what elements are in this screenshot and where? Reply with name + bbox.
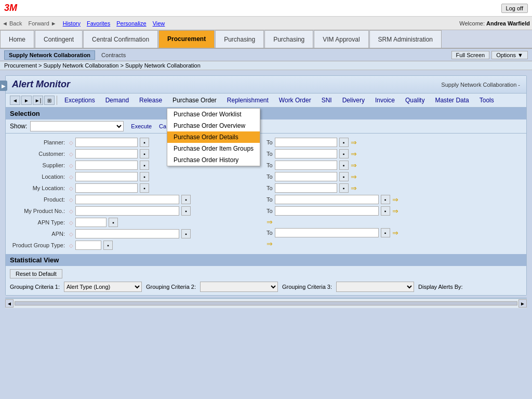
planner-input[interactable] xyxy=(75,138,138,147)
menu-sni[interactable]: SNI xyxy=(321,96,333,104)
favorites-button[interactable]: Favorites xyxy=(87,20,110,26)
my-location-to-input[interactable] xyxy=(275,183,337,193)
planner-arrow[interactable]: ⇒ xyxy=(351,138,357,147)
next-icon[interactable]: ►| xyxy=(33,96,43,105)
product-label: Product: xyxy=(10,196,67,203)
supplier-arrow[interactable]: ⇒ xyxy=(351,161,357,169)
breadcrumb-text: Procurement > Supply Network Collaborati… xyxy=(4,62,201,69)
my-product-to-input[interactable] xyxy=(275,206,379,216)
tab-purchasing-2[interactable]: Purchasing xyxy=(264,30,313,48)
grouping2-select[interactable] xyxy=(200,282,278,292)
menu-quality[interactable]: Quality xyxy=(404,96,425,104)
grid-icon[interactable]: ⊞ xyxy=(44,96,55,105)
horizontal-scrollbar: ◄ ► xyxy=(5,298,527,308)
my-location-to-browse[interactable]: ▪ xyxy=(339,183,349,193)
reset-button[interactable]: Reset to Default xyxy=(10,269,62,278)
apn-browse[interactable]: ▪ xyxy=(181,229,191,238)
forward-button[interactable]: Forward ► xyxy=(28,20,56,26)
customer-to-browse[interactable]: ▪ xyxy=(339,149,349,158)
my-product-input[interactable] xyxy=(75,206,179,216)
supplier-to-browse[interactable]: ▪ xyxy=(339,161,349,170)
supplier-browse[interactable]: ▪ xyxy=(140,161,149,170)
apn-type-arrow[interactable]: ⇒ xyxy=(267,218,273,226)
menu-invoice[interactable]: Invoice xyxy=(374,96,396,104)
my-location-arrow[interactable]: ⇒ xyxy=(351,184,357,192)
my-location-browse[interactable]: ▪ xyxy=(140,183,149,193)
tab-procurement[interactable]: Procurement xyxy=(158,30,215,48)
customer-arrow[interactable]: ⇒ xyxy=(351,150,357,158)
location-browse[interactable]: ▪ xyxy=(140,172,149,181)
grouping3-select[interactable] xyxy=(336,282,414,292)
apn-input[interactable] xyxy=(75,229,179,238)
view-button[interactable]: View xyxy=(153,20,165,26)
product-group-input[interactable] xyxy=(75,241,101,250)
forward-icon[interactable]: ► xyxy=(21,96,32,105)
dropdown-details[interactable]: Purchase Order Details xyxy=(167,131,260,143)
apn-type-browse[interactable]: ▪ xyxy=(109,218,118,227)
planner-to-input[interactable] xyxy=(275,138,337,147)
customer-input[interactable] xyxy=(75,149,138,158)
product-arrow[interactable]: ⇒ xyxy=(392,195,398,204)
dropdown-overview[interactable]: Purchase Order Overview xyxy=(167,120,260,131)
product-input[interactable] xyxy=(75,195,179,204)
menu-work-order[interactable]: Work Order xyxy=(278,96,312,104)
fullscreen-button[interactable]: Full Screen xyxy=(451,51,490,59)
side-toggle[interactable]: ▶ xyxy=(0,81,7,91)
tab-central-confirmation[interactable]: Central Confirmation xyxy=(83,30,158,48)
supplier-input[interactable] xyxy=(75,161,138,170)
product-browse[interactable]: ▪ xyxy=(181,195,191,204)
product-to-input[interactable] xyxy=(275,195,379,204)
menu-exceptions[interactable]: Exceptions xyxy=(63,96,96,104)
scroll-track[interactable] xyxy=(15,301,517,305)
tab-vim-approval[interactable]: VIM Approval xyxy=(314,30,368,48)
menu-tools[interactable]: Tools xyxy=(478,96,495,104)
menu-master-data[interactable]: Master Data xyxy=(434,96,470,104)
menu-release[interactable]: Release xyxy=(138,96,163,104)
customer-to-input[interactable] xyxy=(275,149,337,158)
tab-home[interactable]: Home xyxy=(0,30,34,48)
tab-srm-admin[interactable]: SRM Administration xyxy=(369,30,442,48)
planner-browse[interactable]: ▪ xyxy=(140,138,149,147)
dropdown-worklist[interactable]: Purchase Order Worklist xyxy=(167,109,260,120)
planner-diamond: ◇ xyxy=(69,140,73,145)
my-product-to-browse[interactable]: ▪ xyxy=(381,206,390,216)
dropdown-item-groups[interactable]: Purchase Order Item Groups xyxy=(167,143,260,154)
options-button[interactable]: Options ▼ xyxy=(491,51,528,59)
show-select[interactable] xyxy=(30,121,124,131)
location-input[interactable] xyxy=(75,172,138,181)
menu-purchase-order[interactable]: Purchase Order xyxy=(171,96,218,104)
contracts-tab[interactable]: Contracts xyxy=(97,51,130,59)
scroll-left-button[interactable]: ◄ xyxy=(5,299,14,308)
apn-arrow[interactable]: ⇒ xyxy=(392,229,398,237)
history-button[interactable]: History xyxy=(63,20,81,26)
dropdown-history[interactable]: Purchase Order History xyxy=(167,154,260,166)
menu-replenishment[interactable]: Replenishment xyxy=(226,96,270,104)
product-group-arrow[interactable]: ⇒ xyxy=(267,240,273,248)
back-icon[interactable]: ◄ xyxy=(10,96,20,105)
product-to-browse[interactable]: ▪ xyxy=(381,195,390,204)
planner-to-browse[interactable]: ▪ xyxy=(339,138,349,147)
scroll-right-button[interactable]: ► xyxy=(518,299,527,308)
my-product-browse[interactable]: ▪ xyxy=(181,206,191,216)
customer-browse[interactable]: ▪ xyxy=(140,149,149,158)
location-to-input[interactable] xyxy=(275,172,337,181)
apn-to-browse[interactable]: ▪ xyxy=(381,228,390,237)
product-group-browse[interactable]: ▪ xyxy=(103,241,113,250)
location-arrow[interactable]: ⇒ xyxy=(351,172,357,181)
tab-purchasing-1[interactable]: Purchasing xyxy=(215,30,264,48)
tab-contingent[interactable]: Contingent xyxy=(35,30,83,48)
menu-delivery[interactable]: Delivery xyxy=(341,96,366,104)
apn-type-input[interactable] xyxy=(75,218,107,227)
back-button[interactable]: ◄ Back xyxy=(2,20,22,26)
menu-demand[interactable]: Demand xyxy=(104,96,130,104)
my-product-arrow[interactable]: ⇒ xyxy=(392,207,398,215)
grouping1-select[interactable]: Alert Type (Long) xyxy=(64,282,142,292)
apn-to-input[interactable] xyxy=(275,228,379,237)
my-location-input[interactable] xyxy=(75,183,138,193)
supplier-to-input[interactable] xyxy=(275,161,337,170)
logoff-button[interactable]: Log off xyxy=(501,4,528,13)
personalize-button[interactable]: Personalize xyxy=(116,20,146,26)
location-to-browse[interactable]: ▪ xyxy=(339,172,349,181)
execute-link[interactable]: Execute xyxy=(131,123,152,129)
snc-tab[interactable]: Supply Network Collaboration xyxy=(4,50,95,60)
